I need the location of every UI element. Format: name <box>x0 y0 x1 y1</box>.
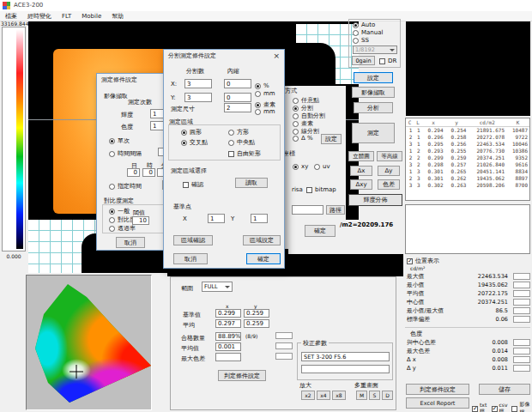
multi-s-button[interactable]: S <box>369 391 380 400</box>
table-row[interactable]: 320.2980.25721026.8409616 <box>406 161 529 168</box>
excel-report-button[interactable]: Excel Report <box>406 397 469 409</box>
radio-split[interactable] <box>293 106 299 112</box>
zoom-x2-button[interactable]: x2 <box>301 391 315 400</box>
position-display-checkbox[interactable] <box>407 258 413 264</box>
ref-y-field[interactable]: 0.259 <box>244 309 269 318</box>
capture-button[interactable]: 影像擷取 <box>352 87 395 98</box>
delta-y-button[interactable]: Δy <box>378 166 400 176</box>
radio-delta[interactable] <box>293 136 299 142</box>
y-div-field[interactable]: 3 <box>184 93 212 102</box>
shutter-combo[interactable]: 1/8192 <box>353 45 397 54</box>
gain-button[interactable]: 0gain <box>352 56 375 65</box>
size-field[interactable]: 2 <box>224 103 251 112</box>
radio-square[interactable] <box>228 130 234 136</box>
csv-checkbox[interactable] <box>492 406 498 412</box>
calibration-field[interactable]: SET 3-200 F5.6 <box>301 352 390 361</box>
luminance-dist-button[interactable]: 輝度分佈 <box>348 194 402 206</box>
load-button[interactable]: 讀取 <box>235 178 268 188</box>
x-div-field[interactable]: 3 <box>184 79 212 88</box>
y-inset-field[interactable]: 0 <box>224 93 251 102</box>
avg-y-field[interactable]: 0.259 <box>244 319 269 328</box>
area-confirm-button[interactable]: 區域確認 <box>173 235 213 245</box>
live-view[interactable] <box>406 21 530 116</box>
method-set-button[interactable]: 設定 <box>321 134 342 144</box>
base-y-field[interactable]: 1 <box>251 214 268 223</box>
zoom-x8-button[interactable]: x8 <box>332 391 346 400</box>
calibration-field-2[interactable] <box>301 365 390 373</box>
ref-x-field[interactable]: 0.299 <box>215 309 241 318</box>
split-cancel-button[interactable]: 取消 <box>173 253 208 264</box>
radio-ss[interactable] <box>353 38 359 44</box>
confirm-checkbox[interactable] <box>183 182 189 188</box>
radio-uv[interactable] <box>314 164 320 170</box>
radio-cross[interactable] <box>181 140 187 146</box>
set-button[interactable]: 設定 <box>354 72 393 83</box>
color-diff-button[interactable]: 色差 <box>378 179 400 190</box>
close-icon[interactable]: × <box>273 52 280 60</box>
radio-auto[interactable] <box>353 22 359 28</box>
judge-condition-button[interactable]: 判定條件設定 <box>406 384 469 395</box>
table-row[interactable]: 330.3020.26320598.2068700 <box>406 182 529 189</box>
radio-any-point[interactable] <box>293 98 299 104</box>
save-button[interactable]: 儲存 <box>479 384 530 395</box>
radio-manual[interactable] <box>353 30 359 36</box>
radio-center-pt[interactable] <box>228 140 234 146</box>
measure-dialog-cancel[interactable]: 取消 <box>116 237 145 248</box>
txt-checkbox[interactable] <box>472 406 478 412</box>
measure-button[interactable]: 測定 <box>352 123 395 143</box>
split-dialog-titlebar[interactable]: 分割測定條件設定 × <box>164 50 284 61</box>
split-ok-button[interactable]: 確定 <box>246 253 281 264</box>
radio-single[interactable] <box>109 138 115 144</box>
table-row[interactable]: 120.2930.25520776.73010386 <box>406 148 529 154</box>
menu-timechange[interactable]: 經時變化 <box>22 11 57 21</box>
radio-contrast[interactable] <box>109 217 115 223</box>
menu-help[interactable]: 幫助 <box>106 11 129 21</box>
table-row[interactable]: 110.2940.25421891.67510487 <box>406 127 529 135</box>
menu-file[interactable]: 檔案 <box>0 11 22 21</box>
table-row[interactable]: 130.3010.26520451.1418834 <box>406 168 529 175</box>
cie-diagram-panel[interactable] <box>26 275 152 410</box>
zoom-x4-button[interactable]: x4 <box>317 391 330 400</box>
table-row[interactable]: 220.2990.25920374.2519352 <box>406 154 529 161</box>
path-field[interactable] <box>292 205 323 215</box>
measurement-table[interactable]: C L x y cd/m2 K 110.2940.25421891.675104… <box>405 118 530 201</box>
table-row[interactable]: 210.2960.25820272.0789722 <box>406 134 529 141</box>
dr-checkbox[interactable] <box>379 58 385 64</box>
radio-mm-unit[interactable] <box>255 109 261 115</box>
image-checkbox[interactable] <box>511 406 517 412</box>
avg-x-field[interactable]: 0.297 <box>215 319 241 328</box>
hour-field[interactable]: 0 <box>142 168 155 177</box>
area-set-button[interactable]: 區域設定 <box>243 235 281 245</box>
table-row[interactable]: 230.3010.26219435.0628897 <box>406 175 529 182</box>
result-list-box[interactable] <box>405 204 530 254</box>
multi-d-button[interactable]: D <box>382 391 393 400</box>
radio-auto-split[interactable] <box>293 113 299 119</box>
contour-button[interactable]: 等高線 <box>377 151 402 161</box>
radio-pct[interactable] <box>255 83 261 89</box>
mid-ok-button[interactable]: 確定 <box>305 225 336 237</box>
radio-normal[interactable] <box>109 209 115 215</box>
radio-mm[interactable] <box>255 91 261 97</box>
solid-view-button[interactable]: 立體圖 <box>348 151 374 161</box>
analyze-button[interactable]: 分析 <box>354 102 393 113</box>
path-button[interactable]: 路徑 <box>326 205 345 215</box>
radio-circle[interactable] <box>181 130 187 136</box>
menu-mobile[interactable]: Mobile <box>76 11 106 21</box>
radio-xy[interactable] <box>293 164 299 170</box>
base-x-field[interactable]: 1 <box>208 214 225 223</box>
day-field[interactable]: 0 <box>127 168 140 177</box>
delta-x-button[interactable]: Δx <box>350 166 372 176</box>
multi-m-button[interactable]: M <box>356 391 367 400</box>
delta-xy-button[interactable]: Δxy <box>350 179 372 190</box>
menu-flt[interactable]: FLT <box>57 11 76 21</box>
table-row[interactable]: 310.2950.25622463.53410046 <box>406 141 529 148</box>
threshold-field[interactable]: 10 <box>132 216 149 225</box>
radio-interval[interactable] <box>109 151 115 157</box>
free-rect-checkbox[interactable] <box>228 151 234 157</box>
bitmap-checkbox[interactable] <box>306 187 312 193</box>
x-inset-field[interactable]: 0 <box>224 79 251 88</box>
radio-pixel[interactable] <box>293 121 299 127</box>
radio-line-split[interactable] <box>293 129 299 135</box>
judge-condition-button-2[interactable]: 判定條件設定 <box>218 370 266 381</box>
range-combo[interactable]: FULL <box>202 282 233 292</box>
